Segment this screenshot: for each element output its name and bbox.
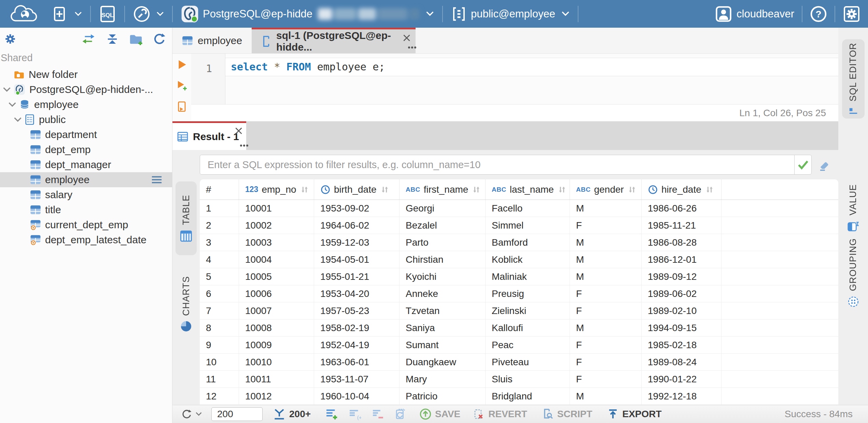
table-cell[interactable]: M xyxy=(570,200,642,217)
tab-sql-editor-panel[interactable]: SQL EDITOR xyxy=(842,39,865,119)
tree-item-new-folder[interactable]: New folder xyxy=(0,67,172,82)
execute-query-button[interactable] xyxy=(177,59,187,70)
table-row[interactable]: 12 10012 1960-10-04 Patricio Bridgland M… xyxy=(200,388,838,405)
table-cell[interactable]: 10003 xyxy=(239,234,314,251)
table-cell[interactable]: Bridgland xyxy=(486,388,570,405)
table-cell[interactable]: 10007 xyxy=(239,302,314,319)
sort-icon[interactable] xyxy=(380,185,390,194)
column-header-first-name[interactable]: ABC first_name xyxy=(400,179,486,200)
table-cell[interactable]: 10004 xyxy=(239,251,314,268)
table-cell[interactable]: M xyxy=(570,319,642,336)
new-connection-button[interactable] xyxy=(52,6,82,22)
table-cell[interactable]: 1957-05-23 xyxy=(314,302,400,319)
table-cell[interactable]: Facello xyxy=(486,200,570,217)
schema-selector[interactable]: public@employee xyxy=(451,6,570,22)
item-menu-icon[interactable] xyxy=(151,176,163,184)
table-cell[interactable]: F xyxy=(570,371,642,387)
sort-icon[interactable] xyxy=(472,185,481,194)
table-cell[interactable]: M xyxy=(570,234,642,251)
table-cell[interactable]: 10001 xyxy=(239,200,314,217)
column-header-gender[interactable]: ABC gender xyxy=(570,179,642,200)
table-cell[interactable]: 1986-08-28 xyxy=(642,234,722,251)
table-cell[interactable]: Anneke xyxy=(400,285,486,302)
table-cell[interactable]: Sumant xyxy=(400,337,486,353)
table-cell[interactable]: Bezalel xyxy=(400,217,486,234)
table-cell[interactable]: F xyxy=(570,285,642,302)
code-area[interactable]: 1 select*FROMemployee e; xyxy=(191,54,838,104)
tab-grouping-panel[interactable]: GROUPING xyxy=(842,239,865,306)
table-row[interactable]: 8 10008 1958-02-19 Saniya Kalloufi M 199… xyxy=(200,319,838,337)
column-header-birth-date[interactable]: birth_date xyxy=(314,179,400,200)
table-cell[interactable]: Kyoichi xyxy=(400,268,486,285)
close-icon[interactable] xyxy=(235,126,243,137)
table-cell[interactable]: Chirstian xyxy=(400,251,486,268)
table-row[interactable]: 1 10001 1953-09-02 Georgi Facello M 1986… xyxy=(200,200,838,217)
tree-item-database[interactable]: employee xyxy=(0,97,172,112)
table-cell[interactable]: 1985-11-21 xyxy=(642,217,722,234)
chevron-down-icon[interactable] xyxy=(14,117,22,122)
table-row[interactable]: 5 10005 1955-01-21 Kyoichi Maliniak M 19… xyxy=(200,268,838,285)
chevron-down-icon[interactable] xyxy=(8,102,16,107)
column-header-emp-no[interactable]: 123 emp_no xyxy=(239,179,314,200)
fetch-more-button[interactable]: 200+ xyxy=(273,408,311,420)
table-cell[interactable]: Zielinski xyxy=(486,302,570,319)
help-button[interactable]: ? xyxy=(810,5,827,23)
table-cell[interactable]: Patricio xyxy=(400,388,486,405)
tree-item-connection[interactable]: PostgreSQL@ep-hidden-... xyxy=(0,82,172,97)
table-cell[interactable]: 1953-04-20 xyxy=(314,285,400,302)
new-folder-icon[interactable] xyxy=(129,33,143,45)
refresh-tree-icon[interactable] xyxy=(153,32,166,45)
table-cell[interactable]: 1953-11-07 xyxy=(314,371,400,387)
tree-item-table[interactable]: department xyxy=(0,127,172,142)
connection-selector[interactable]: PostgreSQL@ep-hidde xyxy=(181,5,434,23)
table-cell[interactable]: 1954-05-01 xyxy=(314,251,400,268)
table-row[interactable]: 7 10007 1957-05-23 Tzvetan Zielinski F 1… xyxy=(200,302,838,319)
revert-button[interactable]: REVERT xyxy=(473,408,527,420)
table-cell[interactable]: 1989-02-10 xyxy=(642,302,722,319)
table-cell[interactable]: Mary xyxy=(400,371,486,387)
table-cell[interactable]: 10012 xyxy=(239,388,314,405)
tab-result-1[interactable]: Result - 1 xyxy=(172,121,246,150)
table-row[interactable]: 4 10004 1954-05-01 Chirstian Koblick M 1… xyxy=(200,251,838,268)
table-cell[interactable]: 10010 xyxy=(239,354,314,370)
apply-filter-button[interactable] xyxy=(794,155,811,174)
column-header-last-name[interactable]: ABC last_name xyxy=(486,179,570,200)
sort-icon[interactable] xyxy=(627,185,637,194)
sync-connection-icon[interactable] xyxy=(81,33,96,45)
user-menu[interactable]: cloudbeaver xyxy=(715,5,794,23)
add-row-button[interactable] xyxy=(325,408,338,420)
settings-button[interactable] xyxy=(843,5,860,23)
script-button[interactable]: SCRIPT xyxy=(542,408,592,420)
chevron-down-icon[interactable] xyxy=(3,87,11,92)
table-cell[interactable]: 1992-12-18 xyxy=(642,388,722,405)
table-row[interactable]: 11 10011 1953-11-07 Mary Sluis F 1990-01… xyxy=(200,371,838,388)
table-cell[interactable]: 1955-01-21 xyxy=(314,268,400,285)
table-cell[interactable]: 1960-10-04 xyxy=(314,388,400,405)
sql-editor-button[interactable]: SQL xyxy=(99,5,116,23)
table-cell[interactable]: 1958-02-19 xyxy=(314,319,400,336)
table-cell[interactable]: F xyxy=(570,302,642,319)
collapse-all-icon[interactable] xyxy=(106,32,119,45)
duplicate-row-button[interactable]: (+) xyxy=(348,408,361,420)
close-icon[interactable] xyxy=(403,33,411,44)
tab-menu-icon[interactable] xyxy=(240,145,242,147)
table-cell[interactable]: 1986-06-26 xyxy=(642,200,722,217)
table-cell[interactable]: F xyxy=(570,217,642,234)
table-cell[interactable]: 10011 xyxy=(239,371,314,387)
table-cell[interactable]: 1990-01-22 xyxy=(642,371,722,387)
table-row[interactable]: 10 10010 1963-06-01 Duangkaew Piveteau F… xyxy=(200,354,838,371)
table-cell[interactable]: Tzvetan xyxy=(400,302,486,319)
table-row[interactable]: 3 10003 1959-12-03 Parto Bamford M 1986-… xyxy=(200,234,838,251)
table-cell[interactable]: Saniya xyxy=(400,319,486,336)
sort-icon[interactable] xyxy=(300,185,309,194)
row-limit-input[interactable] xyxy=(211,407,263,421)
refresh-document-button[interactable] xyxy=(395,408,407,420)
export-button[interactable]: EXPORT xyxy=(607,408,662,420)
delete-row-button[interactable] xyxy=(372,408,384,420)
table-cell[interactable]: 10008 xyxy=(239,319,314,336)
table-row[interactable]: 6 10006 1953-04-20 Anneke Preusig F 1989… xyxy=(200,285,838,302)
sort-icon[interactable] xyxy=(557,185,567,194)
tree-item-table[interactable]: dept_manager xyxy=(0,157,172,172)
table-cell[interactable]: 10009 xyxy=(239,337,314,353)
driver-menu-button[interactable] xyxy=(133,5,164,23)
